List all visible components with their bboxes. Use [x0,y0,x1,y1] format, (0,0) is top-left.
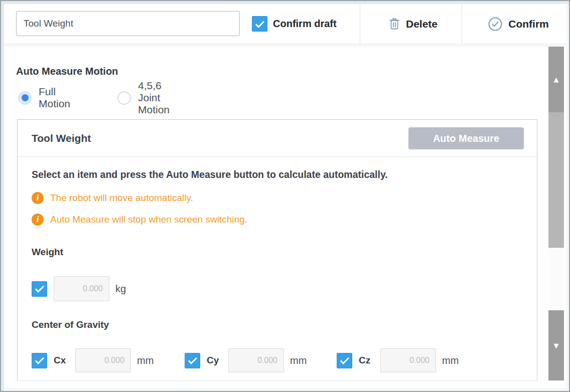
center-of-gravity-heading: Center of Gravity [32,319,109,330]
radio-456-joint-motion-label: 4,5,6 Joint Motion [138,80,170,116]
scroll-up-icon: ▲ [554,76,559,83]
panel-header: Tool Weight Auto Measure [18,120,537,157]
instruction-text: Select an item and press the Auto Measur… [32,169,388,180]
radio-unselected-icon [117,91,131,105]
tool-weight-panel: Tool Weight Auto Measure Select an item … [17,119,537,381]
weight-unit-label: kg [115,283,126,295]
cy-field-row: Cy mm [185,347,307,374]
confirm-draft-checkbox[interactable] [252,16,267,32]
weight-heading: Weight [32,247,63,258]
confirm-draft-label: Confirm draft [273,4,337,44]
scrollbar-thumb[interactable] [548,112,564,248]
trash-icon [388,17,400,31]
confirm-button[interactable]: Confirm [473,4,563,44]
auto-measure-button[interactable]: Auto Measure [408,127,524,149]
delete-button[interactable]: Delete [373,4,453,44]
confirm-circle-icon [488,17,503,32]
tool-name-input[interactable] [16,11,240,36]
toolbar-divider [462,4,462,44]
weight-field-row: kg [32,275,126,302]
cy-label: Cy [207,355,222,366]
cx-input[interactable] [75,348,131,372]
vertical-scrollbar[interactable]: ▲ ▼ [548,47,564,380]
cx-label: Cx [54,355,69,366]
check-icon [35,355,44,364]
weight-input[interactable] [54,276,109,301]
notice-text: The robot will move automatically. [50,192,193,204]
info-icon: i [32,192,44,204]
cy-input[interactable] [228,348,284,372]
cy-unit-label: mm [290,355,307,366]
cz-checkbox[interactable] [337,353,352,368]
check-icon [255,19,264,28]
cz-field-row: Cz mm [337,347,459,374]
check-icon [340,355,349,364]
auto-measure-motion-heading: Auto Measure Motion [16,66,118,77]
delete-button-label: Delete [406,18,438,30]
radio-selected-icon [18,91,32,105]
cz-input[interactable] [380,348,436,372]
toolbar-divider [360,4,360,44]
notice-row: i Auto Measure will stop when screen swi… [32,214,247,226]
panel-title: Tool Weight [32,120,91,157]
radio-full-motion-label: Full Motion [39,86,70,110]
notice-row: i The robot will move automatically. [32,192,193,204]
scroll-down-button[interactable]: ▼ [548,310,564,380]
cy-checkbox[interactable] [185,353,200,368]
weight-checkbox[interactable] [32,281,47,297]
cz-unit-label: mm [442,355,459,366]
cx-checkbox[interactable] [32,353,47,368]
scroll-up-button[interactable]: ▲ [548,47,564,112]
radio-dot [22,94,29,101]
radio-456-joint-motion[interactable]: 4,5,6 Joint Motion [117,88,170,108]
notice-text: Auto Measure will stop when screen switc… [50,214,247,225]
content-area: Auto Measure Motion Full Motion 4,5,6 Jo… [4,47,566,388]
radio-full-motion[interactable]: Full Motion [18,88,70,108]
toolbar: Confirm draft Delete Confirm [4,4,566,44]
info-icon: i [32,214,44,226]
check-icon [188,355,197,364]
cx-unit-label: mm [137,355,154,366]
confirm-button-label: Confirm [508,18,549,30]
scroll-down-icon: ▼ [554,342,559,349]
cx-field-row: Cx mm [32,347,154,374]
cz-label: Cz [359,355,374,366]
check-icon [35,283,44,292]
tool-weight-window: Confirm draft Delete Confirm [0,0,570,392]
